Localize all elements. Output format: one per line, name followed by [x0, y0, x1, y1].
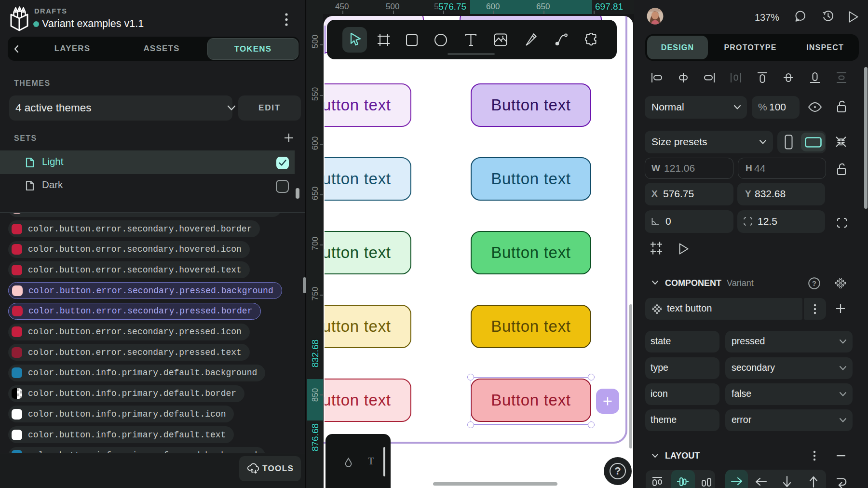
svg-text:?: ?	[812, 280, 816, 287]
